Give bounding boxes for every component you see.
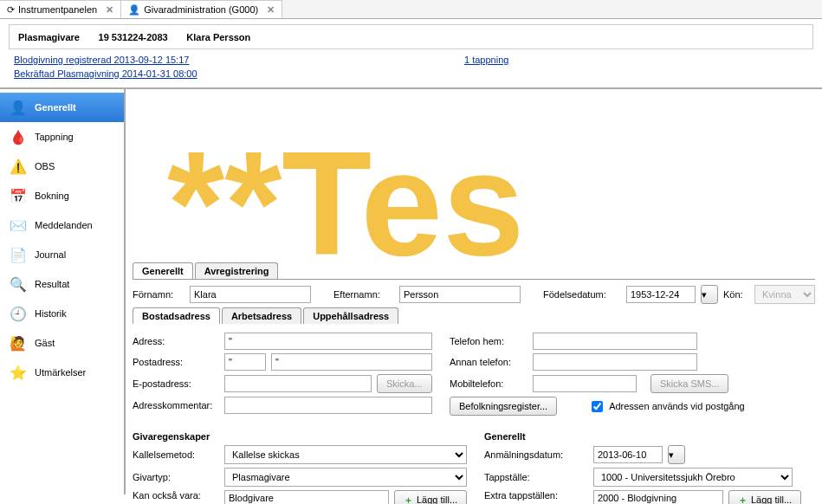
adress-postgang-label: Adressen används vid postgång — [609, 401, 745, 411]
sidebar-item-obs[interactable]: ⚠️OBS — [0, 152, 124, 181]
postort-input[interactable] — [271, 353, 432, 371]
annan-tel-input[interactable] — [533, 353, 697, 371]
adresskommentar-input[interactable] — [224, 397, 432, 414]
postadress-label: Postadress: — [133, 357, 219, 367]
anmalning-input[interactable] — [593, 446, 663, 463]
fornamn-input[interactable] — [190, 286, 311, 303]
sidebar-item-utmarkelser[interactable]: ⭐Utmärkelser — [0, 358, 124, 387]
warning-icon: ⚠️ — [9, 157, 28, 176]
generellt2-title: Generellt — [484, 431, 805, 442]
sidebar-item-meddelanden[interactable]: ✉️Meddelanden — [0, 210, 124, 240]
status-links: Blodgivning registrerad 2013-09-12 15:17… — [14, 55, 808, 79]
content-tabs: Generellt Avregistrering — [133, 262, 815, 280]
efternamn-label: Efternamn: — [333, 289, 394, 300]
fodelsedatum-input[interactable] — [626, 286, 696, 303]
skicka-sms-button: Skicka SMS... — [650, 374, 728, 393]
history-icon: 🕘 — [9, 304, 28, 323]
sidebar-item-resultat[interactable]: 🔍Resultat — [0, 269, 124, 299]
link-blodgivning[interactable]: Blodgivning registrerad 2013-09-12 15:17 — [14, 55, 464, 65]
search-icon: 🔍 — [9, 275, 28, 294]
sidebar-item-bokning[interactable]: 📅Bokning — [0, 181, 124, 210]
guest-icon: 🙋 — [9, 333, 28, 352]
lagg-till-button-2[interactable]: ＋Lägg till... — [728, 490, 801, 504]
kallelsemetod-select[interactable]: Kallelse skickas — [224, 445, 467, 464]
close-icon[interactable]: ✕ — [267, 4, 275, 16]
postnr-input[interactable] — [224, 353, 266, 371]
kallelsemetod-label: Kallelsemetod: — [133, 449, 219, 460]
star-icon: ⭐ — [9, 363, 28, 382]
tab-givaradmin[interactable]: 👤 Givaradministration (G000) ✕ — [121, 0, 282, 18]
anmalning-label: Anmälningsdatum: — [484, 449, 588, 460]
tab-arbete[interactable]: Arbetsadress — [222, 307, 301, 324]
sidebar-item-tappning[interactable]: 🩸Tappning — [0, 122, 124, 152]
mobil-input[interactable] — [533, 375, 637, 392]
adress-label: Adress: — [133, 336, 219, 346]
sidebar-item-historik[interactable]: 🕘Historik — [0, 299, 124, 328]
extra-tapp-label: Extra tappställen: — [484, 490, 588, 501]
main-tabs: ⟳ Instrumentpanelen ✕ 👤 Givaradministrat… — [0, 0, 822, 19]
person-icon: 👤 — [9, 98, 28, 117]
sidebar-item-journal[interactable]: 📄Journal — [0, 240, 124, 269]
tab-instrument[interactable]: ⟳ Instrumentpanelen ✕ — [0, 0, 121, 18]
efternamn-input[interactable] — [399, 286, 521, 303]
kan-ocksa-label: Kan också vara: — [133, 490, 219, 501]
sidebar-item-generellt[interactable]: 👤Generellt — [0, 93, 124, 122]
date-picker-button[interactable]: ▾ — [668, 445, 685, 464]
adress-input[interactable] — [224, 333, 432, 350]
tappstalle-label: Tappställe: — [484, 472, 588, 482]
kon-select: Kvinna — [754, 285, 815, 304]
mobil-label: Mobiltelefon: — [450, 378, 528, 389]
adresskommentar-label: Adresskommentar: — [133, 400, 219, 410]
journal-icon: 📄 — [9, 245, 28, 264]
givaregenskaper-title: Givaregenskaper — [133, 431, 479, 442]
fodelsedatum-label: Födelsedatum: — [543, 289, 621, 300]
telefon-hem-label: Telefon hem: — [450, 336, 528, 346]
tappstalle-select[interactable]: 1000 - Universitetssjukh Örebro — [593, 468, 793, 487]
tab-bostad[interactable]: Bostadsadress — [133, 307, 220, 324]
plus-icon: ＋ — [404, 494, 413, 505]
tab-avregistrering[interactable]: Avregistrering — [195, 262, 279, 279]
tab-uppehall[interactable]: Uppehållsadress — [303, 307, 398, 324]
epost-label: E-postadress: — [133, 378, 219, 389]
link-bekraftad[interactable]: Bekräftad Plasmagivning 2014-01-31 08:00 — [14, 68, 464, 79]
telefon-hem-input[interactable] — [533, 333, 697, 350]
calendar-icon: 📅 — [9, 186, 28, 205]
adress-postgang-checkbox[interactable] — [592, 401, 603, 412]
kon-label: Kön: — [723, 289, 749, 300]
givartyp-select[interactable]: Plasmagivare — [224, 468, 467, 487]
donor-header: Plasmagivare 19 531224-2083 Klara Persso… — [9, 24, 813, 49]
extra-tapp-list[interactable]: 2000 - Blodgivning Karlsko... — [593, 490, 723, 504]
plus-icon: ＋ — [738, 494, 748, 505]
close-icon[interactable]: ✕ — [106, 4, 113, 16]
recycle-icon: ⟳ — [7, 4, 15, 16]
date-picker-button[interactable]: ▾ — [701, 285, 718, 304]
sidebar-item-gast[interactable]: 🙋Gäst — [0, 328, 124, 358]
kan-ocksa-list[interactable]: Blodgivare — [224, 490, 389, 504]
person-icon: 👤 — [128, 4, 140, 16]
tab-generellt[interactable]: Generellt — [133, 262, 193, 279]
link-tappning[interactable]: 1 tappning — [464, 55, 808, 65]
blood-icon: 🩸 — [9, 127, 28, 146]
mail-icon: ✉️ — [9, 216, 28, 235]
givartyp-label: Givartyp: — [133, 472, 219, 482]
fornamn-label: Förnamn: — [133, 289, 184, 300]
lagg-till-button[interactable]: ＋Lägg till... — [394, 490, 467, 504]
annan-tel-label: Annan telefon: — [450, 357, 528, 367]
sidebar: 👤Generellt 🩸Tappning ⚠️OBS 📅Bokning ✉️Me… — [0, 89, 126, 494]
skicka-button: Skicka... — [377, 374, 432, 393]
epost-input[interactable] — [224, 375, 372, 392]
befolkningsregister-button[interactable]: Befolkningsregister... — [450, 397, 557, 416]
